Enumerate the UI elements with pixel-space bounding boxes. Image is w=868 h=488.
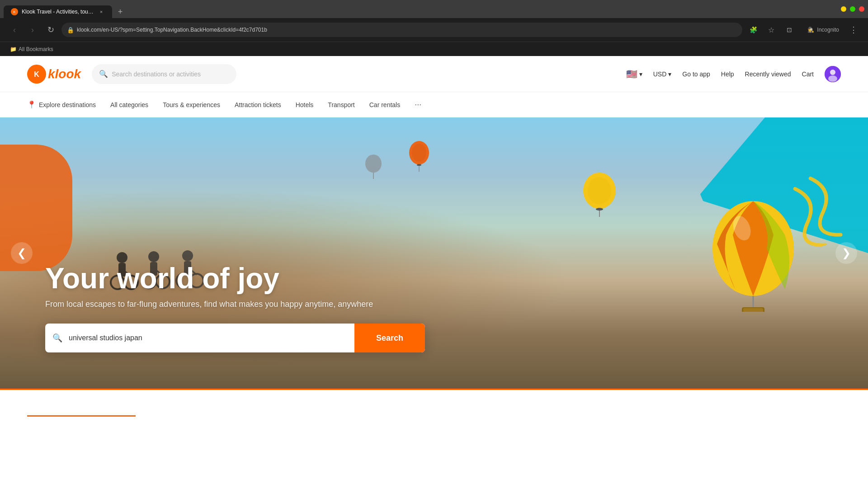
bottom-tabs — [0, 389, 868, 416]
hero-search-button[interactable]: Search — [354, 324, 425, 352]
header-search-icon: 🔍 — [99, 70, 108, 78]
incognito-indicator: 🕵 Incognito — [804, 27, 843, 33]
window-controls — [841, 6, 864, 12]
help-label: Help — [721, 70, 734, 78]
bookmark-button[interactable]: ☆ — [764, 23, 778, 37]
header-search-placeholder: Search destinations or activities — [112, 70, 201, 78]
svg-point-12 — [588, 177, 611, 204]
site-header: K klook 🔍 Search destinations or activit… — [0, 56, 868, 92]
hero-subtitle: From local escapes to far-flung adventur… — [45, 300, 823, 309]
flag-icon: 🇺🇸 — [626, 69, 637, 80]
browser-nav: ‹ › ↻ 🔒 klook.com/en-US/?spm=Setting.Top… — [0, 18, 868, 42]
header-search-bar[interactable]: 🔍 Search destinations or activities — [92, 64, 236, 84]
svg-point-34 — [182, 250, 193, 261]
avatar-image — [825, 66, 841, 82]
forward-button[interactable]: › — [25, 23, 40, 37]
hero-title: Your world of joy — [45, 263, 823, 294]
explore-icon: 📍 — [27, 100, 36, 109]
balloon-3 — [581, 172, 618, 219]
tab-title: Klook Travel - Activities, tours, ... — [22, 9, 94, 15]
currency-selector[interactable]: USD ▾ — [653, 70, 672, 78]
reload-button[interactable]: ↻ — [43, 23, 58, 37]
address-bar[interactable]: 🔒 klook.com/en-US/?spm=Setting.TopNaviga… — [61, 23, 742, 37]
language-selector[interactable]: 🇺🇸 ▾ — [626, 69, 642, 80]
tab-close-button[interactable]: × — [98, 8, 105, 15]
page-content: K klook 🔍 Search destinations or activit… — [0, 56, 868, 416]
svg-point-6 — [412, 144, 426, 162]
next-arrow-icon: ❯ — [842, 247, 851, 259]
hero-search-wrapper: 🔍 — [45, 324, 354, 352]
all-bookmarks-button[interactable]: 📁 All Bookmarks — [7, 45, 56, 53]
subnav-hotels[interactable]: Hotels — [296, 99, 314, 110]
logo[interactable]: K klook — [27, 65, 81, 84]
go-to-app-link[interactable]: Go to app — [682, 70, 710, 78]
hero-section: ❮ ❯ Your world of joy From local escapes… — [0, 117, 868, 389]
tab-favicon: K — [11, 8, 18, 15]
subnav-tours-label: Tours & experiences — [163, 101, 220, 108]
active-tab[interactable]: K Klook Travel - Activities, tours, ... … — [4, 5, 112, 18]
tab-strip: K Klook Travel - Activities, tours, ... … — [4, 0, 127, 18]
dropdown-arrow: ▾ — [639, 70, 642, 78]
secure-icon: 🔒 — [67, 27, 74, 33]
cart-link[interactable]: Cart — [802, 70, 814, 78]
bottom-tab-3[interactable] — [244, 391, 353, 417]
subnav-attraction-tickets[interactable]: Attraction tickets — [235, 99, 281, 110]
browser-titlebar: K Klook Travel - Activities, tours, ... … — [0, 0, 868, 18]
all-bookmarks-label: All Bookmarks — [19, 46, 53, 52]
new-tab-button[interactable]: + — [114, 5, 127, 18]
help-link[interactable]: Help — [721, 70, 734, 78]
subnav-attraction-tickets-label: Attraction tickets — [235, 101, 281, 108]
incognito-label: Incognito — [817, 27, 839, 33]
browser-chrome: K Klook Travel - Activities, tours, ... … — [0, 0, 868, 56]
hero-search-bar: 🔍 Search — [45, 324, 425, 352]
minimize-button[interactable] — [841, 6, 846, 12]
svg-point-20 — [117, 252, 127, 263]
subnav-tours[interactable]: Tours & experiences — [163, 99, 220, 110]
svg-point-9 — [365, 155, 382, 173]
logo-text: klook — [48, 67, 81, 81]
user-avatar[interactable] — [825, 66, 841, 82]
subnav-car-rentals-label: Car rentals — [369, 101, 400, 108]
hero-next-button[interactable]: ❯ — [835, 242, 857, 264]
subnav-transport-label: Transport — [328, 101, 354, 108]
maximize-button[interactable] — [850, 6, 855, 12]
subnav-all-categories[interactable]: All categories — [110, 99, 148, 110]
subnav-transport[interactable]: Transport — [328, 99, 354, 110]
svg-point-27 — [148, 251, 159, 262]
bottom-tab-4[interactable] — [353, 391, 461, 417]
close-button[interactable] — [859, 6, 864, 12]
recently-viewed-label: Recently viewed — [745, 70, 791, 78]
header-navigation: 🇺🇸 ▾ USD ▾ Go to app Help Recently viewe… — [626, 66, 841, 82]
svg-text:K: K — [34, 70, 39, 78]
currency-label: USD — [653, 70, 667, 78]
go-to-app-label: Go to app — [682, 70, 710, 78]
hero-search-icon: 🔍 — [52, 333, 62, 343]
back-button[interactable]: ‹ — [7, 23, 22, 37]
hero-search-input[interactable] — [45, 334, 354, 342]
subnav-more-button[interactable]: ··· — [415, 100, 421, 109]
svg-point-8 — [417, 164, 421, 166]
subnav-car-rentals[interactable]: Car rentals — [369, 99, 400, 110]
hero-prev-button[interactable]: ❮ — [11, 242, 33, 264]
extensions-button[interactable]: 🧩 — [746, 23, 760, 37]
bottom-tab-1[interactable] — [27, 391, 136, 417]
balloon-2 — [364, 154, 382, 181]
recently-viewed-link[interactable]: Recently viewed — [745, 70, 791, 78]
profile-button[interactable]: ⊡ — [782, 23, 797, 37]
svg-point-4 — [828, 75, 837, 82]
url-text: klook.com/en-US/?spm=Setting.TopNavigati… — [77, 27, 737, 33]
hero-content: Your world of joy From local escapes to … — [0, 263, 868, 352]
bottom-tab-2[interactable] — [136, 391, 244, 417]
subnav-hotels-label: Hotels — [296, 101, 314, 108]
prev-arrow-icon: ❮ — [17, 247, 26, 259]
bookmarks-folder-icon: 📁 — [10, 46, 17, 52]
svg-point-14 — [596, 208, 603, 211]
svg-point-3 — [830, 70, 835, 75]
logo-icon: K — [27, 65, 46, 84]
subnav-explore[interactable]: 📍 Explore destinations — [27, 99, 96, 111]
subnav-all-categories-label: All categories — [110, 101, 148, 108]
balloon-1 — [408, 140, 430, 174]
menu-button[interactable]: ⋮ — [846, 23, 861, 37]
klook-logo: K klook — [27, 65, 81, 84]
bookmarks-bar: 📁 All Bookmarks — [0, 42, 868, 56]
